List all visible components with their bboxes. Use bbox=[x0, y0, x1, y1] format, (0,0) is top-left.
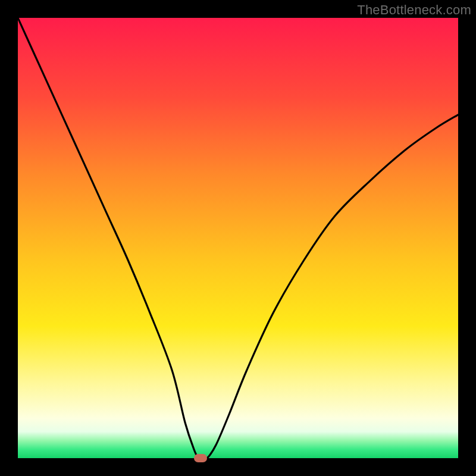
plot-area bbox=[18, 18, 458, 458]
minimum-marker bbox=[194, 454, 207, 462]
watermark-text: TheBottleneck.com bbox=[357, 2, 471, 18]
bottleneck-curve bbox=[18, 18, 458, 458]
chart-frame: TheBottleneck.com bbox=[0, 0, 476, 476]
